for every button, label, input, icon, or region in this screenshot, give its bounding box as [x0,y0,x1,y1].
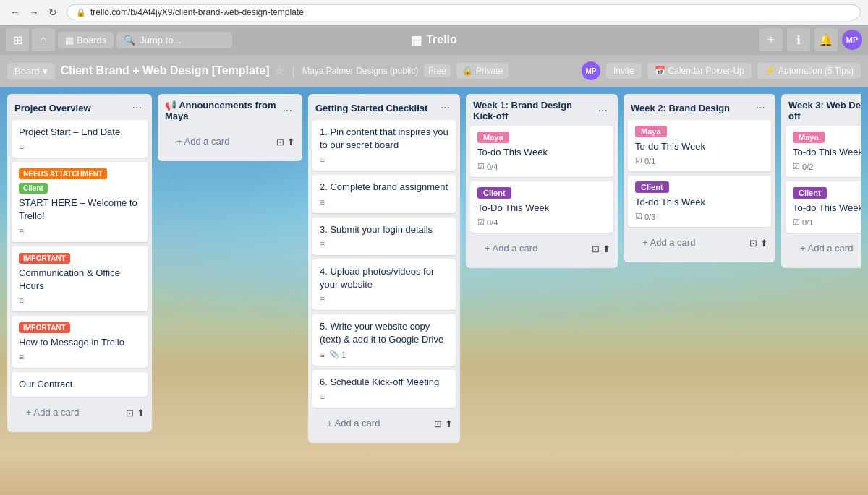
trello-logo-text: Trello [426,33,457,46]
card-communication[interactable]: IMPORTANT Communication & Office Hours ≡ [12,246,148,311]
address-bar[interactable]: 🔒 trello.com/b/4At4jyX9/client-brand-web… [67,4,861,20]
card-w2-maya[interactable]: Maya To-do This Week ☑ 0/1 [628,120,771,171]
grid-button[interactable]: ⊞ [6,28,29,51]
star-button[interactable]: ☆ [275,65,284,77]
list-menu-button[interactable]: ··· [129,100,145,116]
card-start-here[interactable]: NEEDS ATTATCHMENT Client START HERE – We… [12,162,148,241]
card-icons: ≡ 📎 1 [320,350,448,360]
card-pin-content[interactable]: 1. Pin content that inspires you to our … [312,120,456,171]
card-label-wrapper: IMPORTANT [19,322,140,336]
checklist-count: 0/2 [802,163,813,171]
card-kickoff-meeting[interactable]: 6. Schedule Kick-off Meeting ≡ [312,370,456,408]
add-card-icons: ⊡ ⬆ [749,238,768,249]
attachment-badge: 📎 1 [329,350,346,359]
card-title: To-do This Week [793,202,861,215]
board-menu-button[interactable]: Board ▾ [7,63,55,79]
card-w3-maya[interactable]: Maya To-do This Week ☑ 0/2 [786,126,861,177]
card-write-copy[interactable]: 5. Write your website copy (text) & add … [312,314,456,365]
bell-button[interactable]: 🔔 [814,28,838,51]
list-week2: Week 2: Brand Design ··· Maya To-do This… [624,94,775,262]
add-card-button[interactable]: + Add a card [635,233,702,252]
list-cards: Maya To-do This Week ☑ 0/2 Client To-do … [781,126,861,233]
board-label: Board [14,66,40,77]
card-contract[interactable]: Our Contract [12,372,148,397]
card-login-details[interactable]: 3. Submit your login details ≡ [312,218,456,255]
checklist-badge: ☑ 0/1 [635,156,655,165]
list-title: 📢 Announcements from Maya [165,100,280,121]
card-icons: ☑ 0/3 [635,212,764,221]
description-icon: ≡ [320,294,325,304]
card-project-dates[interactable]: Project Start – End Date ≡ [12,120,148,158]
add-card-footer: + Add a card ⊡ ⬆ [308,408,460,443]
back-button[interactable]: ← [7,4,23,20]
board-canvas: Project Overview ··· Project Start – End… [0,87,868,495]
card-w3-client[interactable]: Client To-do This Week ☑ 0/1 [786,181,861,233]
list-menu-button[interactable]: ··· [595,103,610,119]
upload-icon: ⬆ [760,238,768,249]
refresh-button[interactable]: ↻ [45,4,61,20]
card-icons: ≡ [19,352,140,362]
add-card-icons: ⊡ ⬆ [434,418,453,429]
automation-button[interactable]: ⚡ Automation (5 Tips) [757,63,861,79]
list-week3: Week 3: Web Design Kick-off ··· Maya To-… [781,94,861,268]
list-cards: Project Start – End Date ≡ NEEDS ATTATCH… [7,120,152,397]
boards-button[interactable]: ▦ Boards [58,32,114,48]
add-card-button[interactable]: + Add a card [19,403,86,422]
client-label: Client [477,187,511,199]
card-title: 6. Schedule Kick-off Meeting [320,376,448,389]
card-title: 4. Upload photos/videos for your website [320,265,448,291]
star-icon: ☆ [275,65,284,77]
card-brand-assignment[interactable]: 2. Complete brand assignment ≡ [312,175,456,212]
card-w1-maya[interactable]: Maya To-do This Week ☑ 0/4 [470,126,613,177]
attachment-count: 1 [341,350,346,359]
home-button[interactable]: ⌂ [32,28,55,51]
maya-label: Maya [477,132,509,143]
add-card-footer: + Add a card ⊡ ⬆ [781,233,861,268]
search-button[interactable]: 🔍 Jump to... [116,32,232,48]
card-title: 2. Complete brand assignment [320,181,448,194]
list-menu-button[interactable]: ··· [753,100,768,116]
add-card-footer: + Add a card ⊡ ⬆ [466,233,618,268]
board-title: Client Brand + Web Design [Template] [61,64,270,77]
description-icon: ≡ [19,226,24,236]
card-w1-client[interactable]: Client To-Do This Week ☑ 0/4 [470,181,613,233]
invite-button[interactable]: Invite [606,63,642,79]
checklist-badge: ☑ 0/4 [477,218,498,227]
card-title: To-do This Week [635,140,764,153]
calendar-power-up-button[interactable]: 📅 Calendar Power-Up [647,63,752,79]
card-labels: NEEDS ATTATCHMENT Client [19,168,140,197]
template-icon: ⊡ [434,418,442,429]
card-title: Communication & Office Hours [19,267,140,293]
private-button[interactable]: 🔒 Private [456,63,509,79]
invite-label: Invite [613,66,634,76]
home-icon: ⌂ [40,33,47,46]
add-card-button[interactable]: + Add a card [477,238,545,258]
add-card-button[interactable]: + Add a card [793,238,860,258]
checklist-icon: ☑ [477,162,485,171]
add-card-button[interactable]: + Add a card [320,413,387,433]
add-card-icons: ⊡ ⬆ [126,408,145,418]
description-icon: ≡ [19,142,24,152]
client-label: Client [793,187,827,199]
add-card-button[interactable]: + Add a card [169,132,237,151]
list-menu-button[interactable]: ··· [280,103,295,119]
template-icon: ⊡ [276,137,284,147]
nav-buttons: ← → ↻ [7,4,61,20]
list-title: Week 2: Brand Design [631,103,753,113]
card-upload-photos[interactable]: 4. Upload photos/videos for your website… [312,259,456,310]
checklist-count: 0/1 [802,218,813,227]
avatar[interactable]: MP [842,30,862,50]
forward-button[interactable]: → [26,4,42,20]
list-project-overview: Project Overview ··· Project Start – End… [7,94,152,432]
plus-button[interactable]: + [760,28,783,51]
card-title: Project Start – End Date [19,126,140,139]
needs-attachment-label: NEEDS ATTATCHMENT [19,168,107,179]
info-button[interactable]: ℹ [787,28,810,51]
board-avatar[interactable]: MP [582,61,600,80]
list-menu-button[interactable]: ··· [438,100,453,116]
list-title: Getting Started Checklist [315,103,438,113]
checklist-count: 0/4 [487,163,498,171]
card-w2-client[interactable]: Client To-do This Week ☑ 0/3 [628,176,771,227]
card-messaging[interactable]: IMPORTANT How to Message in Trello ≡ [12,316,148,368]
checklist-icon: ☑ [793,218,800,227]
